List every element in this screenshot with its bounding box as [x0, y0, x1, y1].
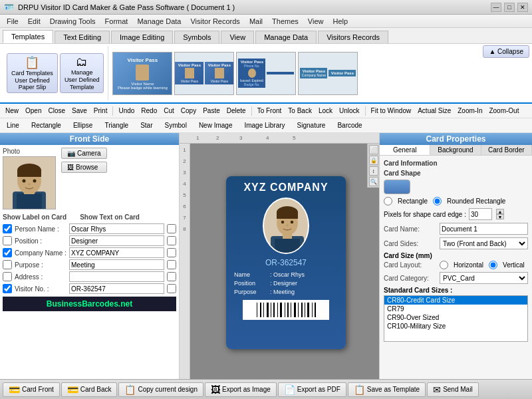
toolbar-btn-open[interactable]: Open	[23, 106, 44, 115]
draw-btn-star[interactable]: Star	[136, 120, 156, 130]
toolbar-btn-redo[interactable]: Redo	[138, 106, 160, 115]
side-tool-3[interactable]: ↕	[369, 166, 378, 176]
size-item-cr100[interactable]: CR100-Military Size	[384, 322, 527, 331]
field-input-4[interactable]	[69, 271, 164, 282]
draw-btn-signature[interactable]: Signature	[293, 120, 330, 130]
collapse-btn[interactable]: ▲ Collapse	[483, 45, 529, 58]
draw-btn-new-image[interactable]: New Image	[195, 120, 237, 130]
field-input-3[interactable]	[69, 259, 164, 270]
toolbar-btn-actual-size[interactable]: Actual Size	[415, 106, 454, 115]
template-thumb-3[interactable]: Visitor Pass Phone No. Issued: Expired: …	[236, 52, 296, 95]
toolbar-btn-to-back[interactable]: To Back	[285, 106, 315, 115]
camera-button[interactable]: 📷 Camera	[61, 148, 107, 159]
ribbon-tab-templates[interactable]: Templates	[3, 30, 53, 43]
field-check-right-1[interactable]	[167, 236, 176, 245]
draw-btn-line[interactable]: Line	[3, 120, 23, 130]
zoom-in-btn[interactable]: 🔍	[369, 177, 378, 186]
field-input-0[interactable]	[69, 223, 164, 234]
field-check-right-4[interactable]	[167, 272, 176, 281]
toolbar-btn-undo[interactable]: Undo	[116, 106, 137, 115]
toolbar-btn-unlock[interactable]: Unlock	[336, 106, 362, 115]
bottom-btn-export-as-pdf[interactable]: 📄Export as PDF	[278, 382, 346, 397]
maximize-btn[interactable]: □	[504, 3, 515, 12]
bottom-btn-save-as-template[interactable]: 📋Save as Template	[348, 382, 426, 397]
ribbon-tab-image-editing[interactable]: Image Editing	[111, 31, 173, 43]
toolbar-btn-lock[interactable]: Lock	[316, 106, 335, 115]
toolbar-btn-close[interactable]: Close	[45, 106, 68, 115]
tab-general[interactable]: General	[380, 145, 430, 155]
size-item-cr90[interactable]: CR90-Over Sized	[384, 313, 527, 322]
bottom-btn-export-as-image[interactable]: 🖼Export as Image	[205, 382, 277, 397]
menu-item-visitor-records[interactable]: Visitor Records	[186, 17, 243, 26]
spin-down[interactable]: ▼	[496, 214, 504, 219]
ribbon-tab-text-editing[interactable]: Text Editing	[55, 31, 110, 43]
card-name-input[interactable]	[440, 223, 528, 235]
radio-rectangle[interactable]	[384, 197, 392, 205]
field-check-right-3[interactable]	[167, 260, 176, 269]
menu-item-view[interactable]: View	[304, 17, 328, 26]
toolbar-btn-print[interactable]: Print	[91, 106, 110, 115]
field-check-3[interactable]	[3, 260, 12, 269]
draw-btn-image-library[interactable]: Image Library	[240, 120, 289, 130]
field-check-right-5[interactable]	[167, 284, 176, 293]
ribbon-tab-manage-data[interactable]: Manage Data	[255, 31, 317, 43]
menu-item-file[interactable]: File	[3, 17, 23, 26]
side-tool-2[interactable]: 🔒	[369, 156, 378, 165]
size-item-cr79[interactable]: CR79	[384, 305, 527, 313]
ribbon-tab-visitors-records[interactable]: Visitors Records	[318, 31, 388, 43]
draw-btn-rectangle[interactable]: Rectangle	[27, 120, 65, 130]
toolbar-btn-zoom-out[interactable]: Zoom-Out	[486, 106, 521, 115]
tab-card-border[interactable]: Card Border	[481, 145, 532, 155]
card-templates-btn[interactable]: 📋 Card TemplatesUser DefinedPaper Slip	[7, 53, 58, 93]
toolbar-btn-new[interactable]: New	[3, 106, 21, 115]
field-check-right-0[interactable]	[167, 224, 176, 233]
side-tool-1[interactable]: ⬜	[369, 145, 378, 154]
menu-item-help[interactable]: Help	[329, 17, 352, 26]
field-check-2[interactable]	[3, 248, 12, 257]
browse-button[interactable]: 🖼 Browse	[61, 162, 107, 173]
menu-item-manage-data[interactable]: Manage Data	[133, 17, 185, 26]
bottom-btn-card-back[interactable]: 💳Card Back	[61, 382, 118, 397]
toolbar-btn-copy[interactable]: Copy	[178, 106, 199, 115]
tab-background[interactable]: Background	[430, 145, 481, 155]
ribbon-tab-view[interactable]: View	[221, 31, 254, 43]
spin-up[interactable]: ▲	[496, 209, 504, 214]
minimize-btn[interactable]: —	[491, 3, 501, 12]
field-check-5[interactable]	[3, 284, 12, 293]
field-input-2[interactable]	[69, 247, 164, 258]
template-thumb-4[interactable]: Visitor Pass Company Name Visitor Pass	[298, 52, 358, 95]
field-input-1[interactable]	[69, 235, 164, 246]
template-thumb-2[interactable]: Visitor Pass Visitor Pass Visitor Pass V…	[174, 52, 234, 95]
card-category-select[interactable]: PVC_Card	[440, 272, 528, 284]
draw-btn-triangle[interactable]: Triangle	[100, 120, 132, 130]
toolbar-btn-fit-to-window[interactable]: Fit to Window	[368, 106, 414, 115]
toolbar-btn-cut[interactable]: Cut	[161, 106, 177, 115]
toolbar-btn-save[interactable]: Save	[69, 106, 90, 115]
toolbar-btn-delete[interactable]: Delete	[224, 106, 249, 115]
toolbar-btn-paste[interactable]: Paste	[200, 106, 223, 115]
draw-btn-ellipse[interactable]: Ellipse	[69, 120, 96, 130]
field-check-1[interactable]	[3, 236, 12, 245]
template-thumb-1[interactable]: Visitor Pass Visitor Name Please badge w…	[112, 52, 172, 95]
menu-item-drawing-tools[interactable]: Drawing Tools	[46, 17, 100, 26]
draw-btn-symbol[interactable]: Symbol	[161, 120, 191, 130]
field-input-5[interactable]	[69, 283, 164, 294]
bottom-btn-send-mail[interactable]: ✉Send Mail	[427, 382, 478, 397]
radio-vertical[interactable]	[489, 261, 497, 269]
manage-template-btn[interactable]: 🗂 ManageUser DefinedTemplate	[60, 53, 104, 92]
menu-item-edit[interactable]: Edit	[24, 17, 45, 26]
toolbar-btn-to-front[interactable]: To Front	[255, 106, 285, 115]
pixels-input[interactable]	[469, 208, 492, 220]
toolbar-btn-zoom-in[interactable]: Zoom-In	[455, 106, 485, 115]
menu-item-themes[interactable]: Themes	[268, 17, 303, 26]
id-card[interactable]: XYZ COMPANY	[226, 176, 346, 349]
bottom-btn-copy-current-design[interactable]: 📋Copy current design	[118, 382, 203, 397]
field-check-0[interactable]	[3, 224, 12, 233]
radio-rounded[interactable]	[433, 197, 442, 205]
menu-item-mail[interactable]: Mail	[245, 17, 267, 26]
size-item-cr80[interactable]: CR80-Credit Card Size	[384, 296, 527, 305]
close-btn[interactable]: ✕	[517, 3, 528, 12]
field-check-right-2[interactable]	[167, 248, 176, 257]
menu-item-format[interactable]: Format	[101, 17, 132, 26]
field-check-4[interactable]	[3, 272, 12, 281]
